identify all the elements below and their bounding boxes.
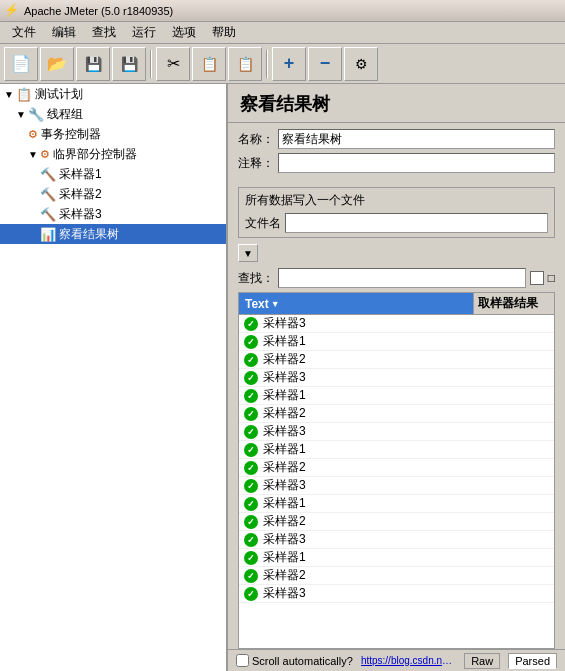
listener-label: 察看结果树 (59, 226, 119, 243)
table-row[interactable]: ✓采样器2 (239, 513, 554, 531)
result-row-text: 采样器1 (263, 495, 306, 512)
sampler2-icon: 🔨 (40, 187, 56, 202)
search-checkbox[interactable] (530, 271, 544, 285)
tree-item-sampler3[interactable]: 🔨 采样器3 (0, 204, 226, 224)
app-icon: ⚡ (4, 3, 20, 19)
text-col-label: Text (245, 297, 269, 311)
remove-icon: − (320, 53, 331, 74)
paste-button[interactable]: 📋 (228, 47, 262, 81)
table-row[interactable]: ✓采样器2 (239, 405, 554, 423)
open-button[interactable]: 📂 (40, 47, 74, 81)
table-row[interactable]: ✓采样器2 (239, 351, 554, 369)
parsed-tab[interactable]: Parsed (508, 653, 557, 669)
table-row[interactable]: ✓采样器1 (239, 495, 554, 513)
check-green-icon: ✓ (244, 497, 258, 511)
cut-button[interactable]: ✂ (156, 47, 190, 81)
table-row[interactable]: ✓采样器1 (239, 387, 554, 405)
text-column-header[interactable]: Text ▼ (239, 293, 474, 314)
sampler1-icon: 🔨 (40, 167, 56, 182)
table-row[interactable]: ✓采样器3 (239, 477, 554, 495)
menu-run[interactable]: 运行 (124, 22, 164, 43)
remove-button[interactable]: − (308, 47, 342, 81)
bottom-bar: Scroll automatically? https://blog.csdn.… (228, 649, 565, 671)
add-button[interactable]: + (272, 47, 306, 81)
save-button[interactable]: 💾 (76, 47, 110, 81)
table-row[interactable]: ✓采样器2 (239, 567, 554, 585)
menu-edit[interactable]: 编辑 (44, 22, 84, 43)
success-icon: ✓ (243, 568, 259, 584)
title-text: Apache JMeter (5.0 r1840935) (24, 5, 173, 17)
check-green-icon: ✓ (244, 533, 258, 547)
check-green-icon: ✓ (244, 569, 258, 583)
file-section: 所有数据写入一个文件 文件名 (238, 187, 555, 238)
name-input[interactable] (278, 129, 555, 149)
settings-icon: ⚙ (355, 56, 368, 72)
table-row[interactable]: ✓采样器1 (239, 549, 554, 567)
raw-tab[interactable]: Raw (464, 653, 500, 669)
new-button[interactable]: 📄 (4, 47, 38, 81)
result-row-text: 采样器3 (263, 369, 306, 386)
result-row-text: 采样器3 (263, 477, 306, 494)
table-row[interactable]: ✓采样器3 (239, 315, 554, 333)
table-row[interactable]: ✓采样器3 (239, 423, 554, 441)
file-row: 文件名 (245, 213, 548, 233)
menu-find[interactable]: 查找 (84, 22, 124, 43)
tree-item-sampler1[interactable]: 🔨 采样器1 (0, 164, 226, 184)
table-row[interactable]: ✓采样器1 (239, 333, 554, 351)
menu-options[interactable]: 选项 (164, 22, 204, 43)
table-row[interactable]: ✓采样器2 (239, 459, 554, 477)
tree-item-listener[interactable]: 📊 察看结果树 (0, 224, 226, 244)
comment-label: 注释： (238, 155, 274, 172)
tree-item-sampler2[interactable]: 🔨 采样器2 (0, 184, 226, 204)
result-row-text: 采样器3 (263, 423, 306, 440)
expand-button[interactable]: ▼ (238, 244, 258, 262)
menu-file[interactable]: 文件 (4, 22, 44, 43)
menu-help[interactable]: 帮助 (204, 22, 244, 43)
result-row-text: 采样器2 (263, 405, 306, 422)
copy-icon: 📋 (201, 56, 218, 72)
tree-item-txcontroller[interactable]: ⚙ 事务控制器 (0, 124, 226, 144)
paste-icon: 📋 (237, 56, 254, 72)
text-col-dropdown-icon[interactable]: ▼ (271, 299, 280, 309)
success-icon: ✓ (243, 496, 259, 512)
content-panel: 察看结果树 名称： 注释： 所有数据写入一个文件 文件名 ▼ (228, 84, 565, 671)
saveas-button[interactable]: 💾 (112, 47, 146, 81)
copy-button[interactable]: 📋 (192, 47, 226, 81)
success-icon: ✓ (243, 442, 259, 458)
table-row[interactable]: ✓采样器3 (239, 369, 554, 387)
toolbar-sep2 (266, 50, 268, 78)
success-icon: ✓ (243, 334, 259, 350)
result-row-text: 采样器3 (263, 531, 306, 548)
success-icon: ✓ (243, 388, 259, 404)
saveas-icon: 💾 (121, 56, 138, 72)
search-input[interactable] (278, 268, 526, 288)
check-green-icon: ✓ (244, 587, 258, 601)
tree-item-plan[interactable]: ▼ 📋 测试计划 (0, 84, 226, 104)
results-body[interactable]: ✓采样器3✓采样器1✓采样器2✓采样器3✓采样器1✓采样器2✓采样器3✓采样器1… (239, 315, 554, 648)
table-row[interactable]: ✓采样器3 (239, 585, 554, 603)
tree-item-criticalcontroller[interactable]: ▼ ⚙ 临界部分控制器 (0, 144, 226, 164)
file-input[interactable] (285, 213, 548, 233)
table-row[interactable]: ✓采样器3 (239, 531, 554, 549)
check-green-icon: ✓ (244, 335, 258, 349)
add-icon: + (284, 53, 295, 74)
tree-item-threadgroup[interactable]: ▼ 🔧 线程组 (0, 104, 226, 124)
sampler-col-label: 取样器结果 (478, 295, 538, 312)
scroll-auto-checkbox[interactable]: Scroll automatically? (236, 654, 353, 667)
sampler-column-header[interactable]: 取样器结果 (474, 293, 554, 314)
check-green-icon: ✓ (244, 443, 258, 457)
panel-title: 察看结果树 (228, 84, 565, 123)
sampler1-label: 采样器1 (59, 166, 102, 183)
check-green-icon: ✓ (244, 515, 258, 529)
table-row[interactable]: ✓采样器1 (239, 441, 554, 459)
url-display: https://blog.csdn.net/et_put_28302323 (361, 655, 456, 666)
search-check-label: □ (548, 271, 555, 285)
check-green-icon: ✓ (244, 353, 258, 367)
comment-input[interactable] (278, 153, 555, 173)
settings-button[interactable]: ⚙ (344, 47, 378, 81)
search-row: 查找： □ (228, 264, 565, 292)
file-label: 文件名 (245, 215, 281, 232)
success-icon: ✓ (243, 514, 259, 530)
form-area: 名称： 注释： (228, 123, 565, 183)
scroll-auto-check-input[interactable] (236, 654, 249, 667)
